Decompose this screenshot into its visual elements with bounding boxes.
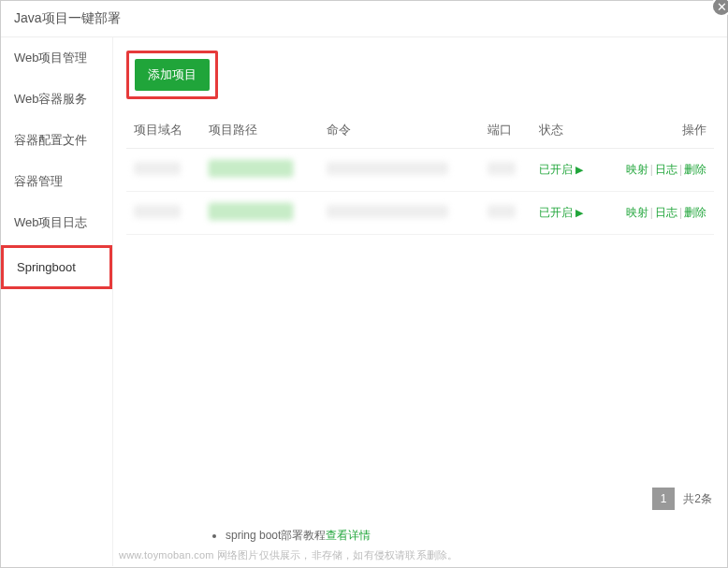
col-ops: 操作 (601, 112, 714, 149)
watermark: www.toymoban.com 网络图片仅供展示，非存储，如有侵权请联系删除。 (119, 548, 721, 562)
table-row: 已开启 ▶ 映射|日志|删除 (126, 149, 714, 192)
op-del[interactable]: 删除 (684, 206, 706, 219)
cell-status: 已开启 ▶ (531, 192, 602, 235)
op-log[interactable]: 日志 (655, 206, 677, 219)
cell-port (488, 205, 516, 218)
add-project-button[interactable]: 添加项目 (135, 59, 210, 91)
sidebar-item-springboot[interactable]: Springboot (1, 245, 112, 289)
project-table: 项目域名 项目路径 命令 端口 状态 操作 已开启 ▶ (126, 112, 714, 235)
sidebar-item-web-project[interactable]: Web项目管理 (1, 37, 112, 79)
sidebar-item-web-container[interactable]: Web容器服务 (1, 79, 112, 120)
op-log[interactable]: 日志 (655, 163, 677, 176)
highlight-add: 添加项目 (126, 51, 218, 99)
dialog-window: ✕ Java项目一键部署 Web项目管理 Web容器服务 容器配置文件 容器管理… (0, 0, 728, 568)
page-total: 共2条 (683, 492, 712, 505)
sidebar: Web项目管理 Web容器服务 容器配置文件 容器管理 Web项目日志 Spri… (1, 37, 113, 566)
col-port: 端口 (480, 112, 531, 149)
op-map[interactable]: 映射 (626, 206, 648, 219)
cell-port (488, 162, 516, 175)
cell-cmd (327, 162, 448, 175)
cell-cmd (327, 205, 448, 218)
sidebar-item-config[interactable]: 容器配置文件 (1, 120, 112, 161)
op-map[interactable]: 映射 (626, 163, 648, 176)
main-panel: 添加项目 项目域名 项目路径 命令 端口 状态 操作 (113, 37, 727, 566)
col-status: 状态 (531, 112, 602, 149)
page-number[interactable]: 1 (652, 488, 675, 510)
table-row: 已开启 ▶ 映射|日志|删除 (126, 192, 714, 235)
tip-link[interactable]: 查看详情 (326, 529, 371, 542)
col-path: 项目路径 (201, 112, 318, 149)
cell-ops: 映射|日志|删除 (601, 149, 714, 192)
footer-tip: spring boot部署教程查看详情 (207, 528, 727, 544)
tip-text: spring boot部署教程 (226, 529, 326, 542)
pagination: 1 共2条 (652, 488, 712, 510)
cell-status: 已开启 ▶ (531, 149, 602, 192)
play-icon: ▶ (573, 164, 583, 175)
op-del[interactable]: 删除 (684, 163, 706, 176)
cell-path (209, 203, 293, 220)
col-domain: 项目域名 (126, 112, 201, 149)
sidebar-item-project-log[interactable]: Web项目日志 (1, 202, 112, 243)
cell-domain (134, 205, 181, 218)
dialog-title: Java项目一键部署 (1, 1, 727, 37)
toolbar: 添加项目 (126, 51, 714, 99)
cell-domain (134, 162, 181, 175)
cell-ops: 映射|日志|删除 (601, 192, 714, 235)
cell-path (209, 160, 293, 177)
col-cmd: 命令 (319, 112, 481, 149)
play-icon: ▶ (573, 207, 583, 218)
sidebar-item-container-mgmt[interactable]: 容器管理 (1, 161, 112, 202)
